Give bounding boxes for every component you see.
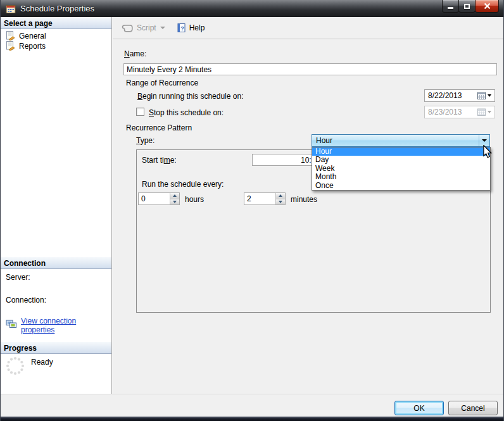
begin-date-value: 8/22/2013	[425, 91, 477, 100]
dropdown-option-hour[interactable]: Hour	[312, 148, 490, 156]
close-icon	[484, 3, 491, 9]
stop-schedule-label: Stop this schedule on:	[149, 108, 224, 117]
page-icon	[6, 31, 15, 41]
schedule-properties-window: Schedule Properties Select a page Genera…	[0, 0, 504, 421]
svg-text:?: ?	[180, 25, 184, 32]
view-connection-properties[interactable]: View connection properties	[6, 317, 111, 334]
script-dropdown-icon	[160, 27, 165, 29]
connection-properties-icon	[6, 320, 17, 332]
name-input[interactable]	[123, 63, 497, 75]
type-combobox[interactable]: Hour	[312, 134, 490, 147]
minutes-decrement-button[interactable]	[276, 199, 285, 205]
run-every-label: Run the schedule every:	[142, 180, 224, 189]
connection-label: Connection:	[6, 296, 46, 305]
select-page-header: Select a page	[1, 17, 111, 29]
page-icon	[6, 41, 15, 51]
minutes-stepper[interactable]: 2	[244, 192, 286, 205]
progress-spinner-icon	[5, 356, 25, 379]
hours-value: 0	[139, 193, 170, 204]
sidebar-item-general[interactable]: General	[1, 30, 111, 41]
minutes-value: 2	[244, 193, 275, 204]
cancel-button[interactable]: Cancel	[448, 401, 498, 415]
view-connection-properties-link[interactable]: View connection properties	[21, 317, 111, 334]
calendar-icon	[477, 92, 486, 99]
sidebar-item-label: Reports	[19, 42, 46, 51]
stop-date-value: 8/23/2013	[425, 108, 477, 116]
recurrence-pattern-header: Recurrence Pattern	[126, 123, 192, 132]
hours-decrement-button[interactable]	[170, 199, 179, 205]
help-icon: ?	[177, 23, 186, 33]
sidebar-item-reports[interactable]: Reports	[1, 41, 111, 51]
window-bottom-border	[1, 417, 503, 421]
titlebar[interactable]: Schedule Properties	[1, 0, 503, 17]
window-controls	[442, 0, 499, 13]
script-button[interactable]: Script	[118, 20, 168, 36]
connection-header: Connection	[1, 257, 111, 269]
up-arrow-icon	[173, 194, 177, 197]
ok-button[interactable]: OK	[394, 401, 444, 415]
down-arrow-icon	[279, 201, 282, 203]
calendar-icon	[477, 108, 486, 116]
app-icon	[6, 4, 16, 14]
sidebar: Select a page General Reports Connection…	[1, 17, 112, 394]
dropdown-option-month[interactable]: Month	[312, 173, 490, 181]
dropdown-option-once[interactable]: Once	[312, 182, 490, 190]
maximize-button[interactable]	[458, 0, 476, 13]
maximize-icon	[464, 4, 470, 9]
type-selected-value: Hour	[312, 136, 479, 145]
sidebar-item-label: General	[19, 32, 46, 41]
dropdown-option-day[interactable]: Day	[312, 156, 490, 164]
hours-unit-label: hours	[185, 195, 204, 204]
begin-date-picker[interactable]: 8/22/2013	[424, 89, 495, 102]
stop-date-picker: 8/23/2013	[424, 106, 495, 118]
dropdown-arrow-icon	[488, 111, 491, 113]
dropdown-option-week[interactable]: Week	[312, 165, 490, 173]
stop-schedule-checkbox[interactable]	[136, 108, 144, 116]
help-button[interactable]: ? Help	[173, 20, 208, 36]
hours-stepper[interactable]: 0	[138, 192, 180, 205]
toolbar: Script ? Help	[113, 17, 504, 39]
range-of-recurrence-header: Range of Recurrence	[126, 79, 198, 87]
help-label: Help	[189, 23, 205, 32]
main-panel: Script ? Help Name: Range of Recurrence …	[113, 17, 504, 394]
progress-status: Ready	[31, 358, 53, 367]
type-dropdown-list: Hour Day Week Month Once	[312, 147, 491, 191]
minutes-unit-label: minutes	[291, 195, 317, 204]
start-time-label: Start time:	[142, 156, 177, 165]
script-label: Script	[137, 23, 156, 32]
up-arrow-icon	[279, 194, 282, 197]
hours-increment-button[interactable]	[170, 193, 179, 199]
minimize-button[interactable]	[442, 0, 459, 13]
dropdown-arrow-icon[interactable]	[488, 94, 491, 97]
type-label: Type:	[136, 136, 154, 145]
minimize-icon	[448, 7, 453, 9]
progress-header: Progress	[1, 342, 111, 354]
name-label: Name:	[124, 49, 146, 58]
mouse-cursor	[482, 145, 493, 161]
chevron-down-icon	[482, 139, 487, 142]
begin-schedule-label: Begin running this schedule on:	[137, 92, 243, 101]
dialog-body: Select a page General Reports Connection…	[1, 17, 503, 394]
dialog-footer: OK Cancel	[1, 394, 503, 417]
down-arrow-icon	[173, 201, 177, 203]
server-label: Server:	[6, 273, 30, 282]
minutes-increment-button[interactable]	[276, 193, 285, 199]
window-title: Schedule Properties	[20, 4, 94, 13]
close-button[interactable]	[475, 0, 499, 13]
script-icon	[122, 23, 134, 32]
